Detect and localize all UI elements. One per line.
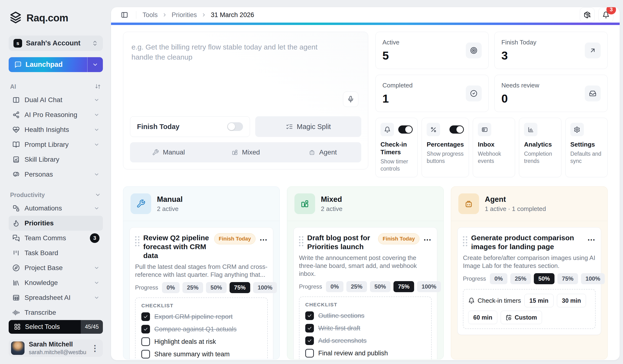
check-in-timers-toggle[interactable] [398, 126, 413, 134]
task-card[interactable]: Generate product comparison images for l… [457, 227, 601, 335]
stat-value: 0 [501, 92, 585, 105]
drag-handle-icon[interactable] [135, 233, 139, 260]
progress-chip-0[interactable]: 0% [326, 281, 343, 292]
sidebar-item-team-comms[interactable]: Team Comms 3 [9, 231, 103, 246]
task-card[interactable]: Review Q2 pipeline forecast with CRM dat… [130, 227, 273, 359]
checklist-item[interactable]: Share summary with team [141, 350, 262, 359]
checkbox-checked-icon[interactable] [305, 336, 314, 345]
checklist-item[interactable]: Export CRM pipeline report [141, 312, 262, 321]
progress-chip-75[interactable]: 75% [394, 281, 414, 292]
timer-custom-button[interactable]: Custom [501, 311, 542, 324]
percentages-toggle[interactable] [449, 126, 464, 134]
checkbox-unchecked-icon[interactable] [305, 349, 314, 358]
checklist-item[interactable]: Outline sections [305, 311, 425, 320]
feature-percentages[interactable]: Percentages Show progress buttons [422, 118, 469, 177]
panel-toggle-button[interactable] [119, 10, 130, 20]
timer-30min-button[interactable]: 30 min [557, 294, 586, 307]
progress-chip-50[interactable]: 50% [370, 281, 391, 292]
checklist-item-label: Share summary with team [154, 351, 230, 358]
sidebar-item-knowledge[interactable]: Knowledge [9, 275, 103, 290]
ellipsis-menu-icon[interactable]: … [423, 233, 432, 251]
feature-title: Analytics [524, 141, 556, 148]
timer-15min-button[interactable]: 15 min [524, 294, 554, 307]
checkbox-checked-icon[interactable] [141, 312, 150, 321]
launchpad-dropdown-button[interactable] [88, 57, 103, 72]
checkbox-checked-icon[interactable] [305, 311, 314, 320]
drag-handle-icon[interactable] [299, 233, 303, 251]
package-search-button[interactable] [580, 7, 595, 22]
kebab-menu-icon[interactable]: ⋮ [91, 346, 99, 351]
sidebar-item-health-insights[interactable]: Health Insights [9, 122, 103, 137]
feature-analytics[interactable]: Analytics Completion trends [519, 118, 561, 177]
task-card[interactable]: Draft blog post for Priorities launch Fi… [293, 227, 437, 359]
progress-row: Progress 0% 25% 50% 75% 100% [135, 282, 268, 293]
sidebar-item-spreadsheet-ai[interactable]: Spreadsheet AI [9, 290, 103, 305]
breadcrumb-tools[interactable]: Tools [143, 11, 158, 19]
checklist-item[interactable]: Final review and publish [305, 349, 425, 358]
sidebar-item-dual-ai-chat[interactable]: Dual AI Chat [9, 92, 103, 107]
timer-60min-button[interactable]: 60 min [468, 311, 497, 324]
progress-chip-50[interactable]: 50% [206, 282, 227, 293]
progress-chip-100[interactable]: 100% [581, 273, 605, 284]
user-email: sarah.mitchell@westbur... [29, 349, 87, 356]
task-input[interactable]: e.g. Get the billing retry flow stable t… [130, 39, 327, 65]
progress-chip-25[interactable]: 25% [346, 281, 367, 292]
masks-icon [13, 171, 20, 178]
productivity-section-header[interactable]: Productivity [9, 192, 103, 198]
launchpad-button[interactable]: Launchpad [9, 57, 88, 72]
sort-arrows-icon[interactable] [95, 83, 101, 90]
progress-chip-25[interactable]: 25% [182, 282, 203, 293]
finish-today-toggle[interactable] [227, 122, 243, 131]
progress-chip-0[interactable]: 0% [490, 273, 507, 284]
user-card[interactable]: Sarah Mitchell sarah.mitchell@westbur...… [9, 340, 103, 357]
feature-check-in-timers[interactable]: Check-in Timers Show timer controls [376, 118, 418, 177]
sidebar-item-transcribe[interactable]: Transcribe [9, 305, 103, 320]
feature-settings[interactable]: Settings Defaults and sync [565, 118, 608, 177]
task-description: Write the announcement post covering the… [299, 254, 432, 278]
select-tools-button[interactable]: Select Tools 45/45 [9, 320, 103, 334]
progress-chip-100[interactable]: 100% [253, 282, 277, 293]
checklist-item[interactable]: Highlight deals at risk [141, 337, 262, 346]
progress-chip-50[interactable]: 50% [534, 273, 555, 284]
avatar [11, 342, 24, 355]
notifications-button[interactable]: 3 [599, 7, 613, 22]
checkbox-checked-icon[interactable] [141, 325, 150, 334]
stat-value: 1 [382, 92, 466, 105]
progress-chip-75[interactable]: 75% [557, 273, 578, 284]
bot-icon [309, 149, 315, 156]
magic-split-button[interactable]: Magic Split [255, 116, 361, 137]
mode-manual[interactable]: Manual [130, 142, 207, 162]
sidebar-item-ai-pro-reasoning[interactable]: AI Pro Reasoning [9, 107, 103, 122]
checklist-item[interactable]: Add screenshots [305, 336, 425, 345]
checkbox-unchecked-icon[interactable] [141, 350, 150, 359]
sidebar-item-skill-library[interactable]: Skill Library [9, 152, 103, 167]
mode-mixed[interactable]: Mixed [207, 142, 284, 162]
ellipsis-menu-icon[interactable]: … [587, 233, 596, 251]
checklist-item[interactable]: Write first draft [305, 324, 425, 333]
checkbox-checked-icon[interactable] [305, 324, 314, 333]
mic-button[interactable] [343, 91, 358, 107]
timer-custom-label: Custom [515, 314, 537, 321]
nav-label: Prompt Library [24, 141, 89, 149]
progress-chip-100[interactable]: 100% [417, 281, 441, 292]
account-switcher[interactable]: s Sarah's Account [9, 36, 103, 51]
checkbox-unchecked-icon[interactable] [141, 337, 150, 346]
sidebar-item-automations[interactable]: Automations [9, 201, 103, 216]
feature-inbox[interactable]: Inbox Webhook events [473, 118, 515, 177]
inbox-icon [585, 86, 601, 101]
progress-chip-0[interactable]: 0% [162, 282, 179, 293]
ellipsis-menu-icon[interactable]: … [259, 233, 268, 260]
sidebar-item-project-base[interactable]: Project Base [9, 260, 103, 275]
mode-agent[interactable]: Agent [284, 142, 361, 162]
drag-handle-icon[interactable] [463, 233, 467, 251]
sidebar-item-prompt-library[interactable]: Prompt Library [9, 137, 103, 152]
sidebar-item-priorities[interactable]: Priorities [9, 216, 103, 231]
progress-chip-25[interactable]: 25% [510, 273, 531, 284]
sidebar-item-personas[interactable]: Personas [9, 167, 103, 182]
logo-text: Raq.com [26, 12, 68, 24]
messages-icon [13, 235, 20, 242]
sidebar-item-task-board[interactable]: Task Board [9, 246, 103, 260]
checklist-item[interactable]: Compare against Q1 actuals [141, 325, 262, 334]
progress-chip-75[interactable]: 75% [229, 282, 250, 293]
breadcrumb-priorities[interactable]: Priorities [172, 11, 197, 19]
